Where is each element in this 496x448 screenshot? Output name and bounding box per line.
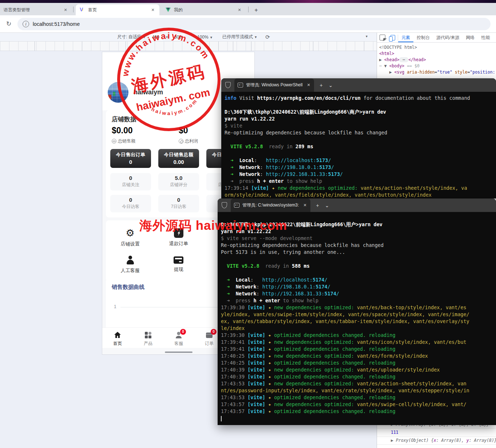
stat-chip: 今日售出订单0 [110,149,151,168]
new-tab-button[interactable]: + [252,6,261,15]
chevron-down-icon: ▼ [210,36,213,39]
terminal-tab[interactable]: c: 管理员: Windows PowerShell ✕ [234,78,314,92]
total-profit-label: 总利润 [179,138,198,144]
menu-item-human-service[interactable]: 人工客服 [106,251,154,278]
address-bar[interactable]: i localhost:5173/home [17,18,491,30]
terminal-title-bar[interactable]: c: 管理员: C:\windows\system3: ✕ + ⌄ [218,199,496,212]
service-badge: 0 [180,329,186,335]
menu-item-store-settings[interactable]: ⚙店铺设置 [106,224,154,251]
admin-shield-icon [225,82,231,88]
total-sales-value: $0.00 [112,126,133,135]
gear-icon: ⚙ [126,228,135,238]
tab-divider [73,7,74,12]
device-toolbar: 尺寸: 自适应 ▼ 400 × 800 100% ▼ 已停用节流模式 ▼ ⟳ ▾ [0,33,377,42]
tab-close-icon[interactable]: ✕ [150,7,156,13]
avatar[interactable] [108,82,128,103]
tab-dropdown-icon[interactable]: ⌄ [329,82,333,88]
lightning-icon [174,228,183,238]
desktop-wallpaper-strip [0,0,496,3]
device-height-input[interactable]: 800 [171,34,185,40]
device-toolbar-toggle-icon[interactable] [390,35,395,40]
devtools-tab-bar: 元素 控制台 源代码/来源 网络 性能 [377,33,496,43]
stat-chip: 今日销售总额0.00 [158,149,199,168]
new-tab-button[interactable]: + [316,203,319,208]
terminal-title-bar[interactable]: c: 管理员: Windows PowerShell ✕ + ⌄ [221,78,496,92]
terminal-output: info Visit https://yarnpkg.com/en/docs/c… [221,92,496,199]
y-axis-tick: 1 [114,304,116,309]
device-ruler [0,42,377,51]
devtools-tab-console[interactable]: 控制台 [413,33,433,42]
stat-cell: 5.0店铺评分 [158,173,199,190]
orders-badge: 0 [211,329,217,335]
bank-card-icon [174,256,183,264]
tab-divider [248,7,249,12]
chevron-down-icon: ▼ [254,35,257,39]
reload-icon[interactable]: ↻ [4,20,13,28]
total-sales-label: 总销售额 [112,138,135,144]
home-icon [113,331,122,339]
service-person-icon: 0 [174,331,183,339]
admin-shield-icon [222,202,227,208]
tab-close-icon[interactable]: ✕ [63,7,68,13]
devtools-tab-performance[interactable]: 性能 [478,33,493,42]
terminal-window-user[interactable]: c: 管理员: C:\windows\system3: ✕ + ⌄ D:\360… [218,199,496,425]
tab-home[interactable]: 首页 [102,328,133,348]
tab-title: 语言类型管理 [4,7,60,13]
menu-item-withdraw[interactable]: 提现 [154,251,203,278]
inspect-element-icon[interactable] [380,35,385,40]
devtools-tab-network[interactable]: 网络 [463,33,478,42]
devtools-tab-elements[interactable]: 元素 [398,33,413,42]
tab-close-icon[interactable]: ✕ [237,7,242,13]
home-indicator[interactable] [165,351,193,353]
device-size-select[interactable]: 尺寸: 自适应 ▼ [117,34,146,40]
url-text: localhost:5173/home [33,21,80,27]
terminal-tab-title: 管理员: Windows PowerShell [246,82,302,88]
total-profit-value: $0 [179,126,188,135]
vue-favicon [165,7,171,13]
tab-title: 我的 [174,7,234,13]
tab-products[interactable]: 产品 [133,328,163,348]
device-zoom-select[interactable]: 100% ▼ [197,35,213,40]
stat-cell: 07日访客 [158,195,199,212]
browser-tab-home[interactable]: 首页 ✕ [76,4,159,15]
rotate-device-icon[interactable]: ⟳ [265,34,270,40]
browser-tab-strip: 语言类型管理 ✕ 首页 ✕ 我的 ✕ + [0,3,496,15]
browser-tab-mine[interactable]: 我的 ✕ [162,4,246,15]
vite-favicon [79,7,85,13]
gem-icon [179,139,183,144]
stat-cell: 0店铺关注 [110,173,151,190]
terminal-window-merchant[interactable]: c: 管理员: Windows PowerShell ✕ + ⌄ info Vi… [221,78,496,199]
times-icon: × [166,35,168,40]
browser-toolbar: ↻ i localhost:5173/home [0,15,496,33]
terminal-output: D:\360下载\tkphp\20240622\前端新Lingdong666\用… [218,212,496,425]
new-tab-button[interactable]: + [320,82,323,88]
tab-service[interactable]: 0 客服 [163,328,194,348]
tab-title: 首页 [88,7,147,13]
menu-item-refund-orders[interactable]: 退款订单 [154,224,203,251]
tab-close-icon[interactable]: ✕ [307,83,310,87]
chart-title: 销售数据曲线 [112,284,144,291]
device-throttle-select[interactable]: 已停用节流模式 ▼ [222,34,257,40]
card-title: 店铺数据 [112,115,136,123]
grid-icon [144,331,152,339]
username: haiwaiym [134,89,163,96]
tab-close-icon[interactable]: ✕ [303,203,306,208]
cmd-icon: c: [238,83,243,87]
bill-icon [112,139,116,144]
chevron-down-icon: ▼ [143,35,146,39]
terminal-tab[interactable]: c: 管理员: C:\windows\system3: ✕ [231,199,310,212]
elements-tree[interactable]: <!DOCTYPE html><html>▶ <head> ⋯ </head>⋯… [377,43,496,75]
person-icon [126,255,135,265]
tab-dropdown-icon[interactable]: ⌄ [325,203,329,208]
orders-icon: 0 [205,331,214,339]
device-toolbar-more-icon[interactable]: ▾ [366,34,368,38]
device-width-input[interactable]: 400 [149,34,163,40]
stat-cell: 0今日访客 [110,195,151,212]
devtools-tab-sources[interactable]: 源代码/来源 [433,33,463,42]
terminal-tab-title: 管理员: C:\windows\system3: [242,202,299,208]
browser-tab-language-type[interactable]: 语言类型管理 ✕ [0,4,72,15]
site-info-icon[interactable]: i [23,21,29,27]
cmd-icon: c: [234,203,239,208]
